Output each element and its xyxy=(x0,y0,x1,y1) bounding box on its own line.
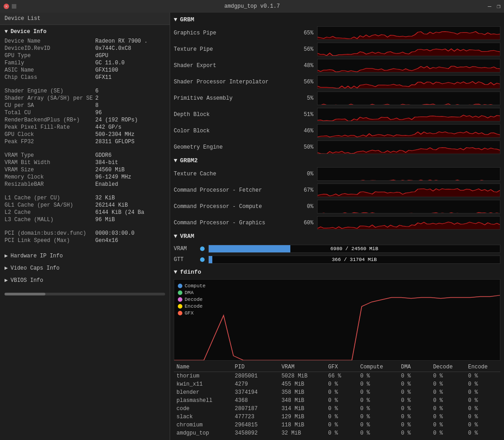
vbios-section[interactable]: ▶ VBIOS Info xyxy=(0,274,170,286)
cell-vram-3: 348 MiB xyxy=(279,396,325,405)
gtt-bar-text: 366 / 31704 MiB xyxy=(332,257,377,262)
label-cu-per-sa: CU per SA xyxy=(5,102,95,109)
gfx-legend-dot xyxy=(178,311,182,315)
hardware-ip-label: Hardware IP Info xyxy=(10,253,63,259)
vram-bar-text: 6980 / 24560 MiB xyxy=(330,246,378,251)
metric-pct-3: 56% xyxy=(295,79,313,85)
cell-pid-0: 2805001 xyxy=(232,372,279,381)
cell-compute-2: 0 % xyxy=(357,388,398,396)
cell-encode-7: 0 % xyxy=(465,429,500,437)
fdinfo-svg xyxy=(174,280,500,360)
scrollbar-thumb[interactable] xyxy=(5,293,45,295)
metric-name-4: Primitive Assembly xyxy=(174,95,292,102)
value-sa-sh: 2 xyxy=(95,95,98,102)
label-family: Family xyxy=(5,60,95,66)
label-total-cu: Total CU xyxy=(5,110,95,116)
metric-pct-7: 50% xyxy=(295,144,313,150)
fdinfo-section-header[interactable]: ▼ fdinfo xyxy=(170,267,504,277)
th-name: Name xyxy=(174,363,232,372)
value-asic-name: GFX1100 xyxy=(95,67,118,73)
label-gl1-cache: GL1 Cache (per SA/SH) xyxy=(5,202,95,208)
grbm-section-header[interactable]: ▼ GRBM xyxy=(170,15,504,25)
vram-label: VRAM xyxy=(180,233,194,240)
vram-indicator-dot xyxy=(200,247,205,251)
device-info-arrow: ▼ xyxy=(5,29,8,35)
device-info-section[interactable]: ▼ Device Info xyxy=(0,25,170,37)
value-se: 6 xyxy=(95,88,98,94)
cell-gfx-6: 0 % xyxy=(325,421,357,429)
minimize-icon[interactable]: — xyxy=(488,3,491,10)
cell-encode-3: 0 % xyxy=(465,396,500,405)
metric-row: Primitive Assembly 5% xyxy=(170,90,504,106)
metric-name-6: Color Block xyxy=(174,128,292,134)
grbm-arrow: ▼ xyxy=(174,16,177,23)
cell-pid-7: 3458092 xyxy=(232,429,279,437)
cell-pid-5: 477723 xyxy=(232,413,279,421)
video-caps-section[interactable]: ▶ Video Caps Info xyxy=(0,262,170,274)
vram-bar-fill xyxy=(209,245,290,252)
label-l3-cache: L3 Cache (MALL) xyxy=(5,217,95,223)
gtt-bar-fill xyxy=(209,256,212,263)
cell-name-6: chromium xyxy=(174,421,232,429)
metric-graph-2 xyxy=(317,200,500,213)
metric-row: Shader Processor Interpolator 56% xyxy=(170,74,504,90)
metric-pct-6: 46% xyxy=(295,128,313,134)
value-peak-fp32: 28311 GFLOPS xyxy=(95,139,134,145)
value-family: GC 11.0.0 xyxy=(95,60,125,66)
value-total-cu: 96 xyxy=(95,110,102,116)
metric-graph-6 xyxy=(317,124,500,138)
vram-bars: VRAM 6980 / 24560 MiB GTT 366 / 31704 Mi… xyxy=(170,242,504,267)
value-rb-plus: 24 (192 ROPs) xyxy=(95,117,138,123)
hardware-ip-section[interactable]: ▶ Hardware IP Info xyxy=(0,250,170,262)
cell-dma-0: 0 % xyxy=(398,372,431,381)
metric-pct-0: 0% xyxy=(295,171,313,177)
metric-graph-4 xyxy=(317,92,500,105)
metric-pct-3: 60% xyxy=(295,220,313,226)
close-button[interactable]: ✕ xyxy=(4,4,9,9)
cell-compute-0: 0 % xyxy=(357,372,398,381)
grbm2-section-header[interactable]: ▼ GRBM2 xyxy=(170,155,504,166)
encode-legend-dot xyxy=(178,304,182,309)
cache-info-table: L1 Cache (per CU)32 KiB GL1 Cache (per S… xyxy=(0,193,170,224)
cell-decode-2: 0 % xyxy=(431,388,465,396)
table-row: blender 3374194 358 MiB 0 % 0 % 0 % 0 % … xyxy=(174,388,500,396)
label-vram-size: VRAM Size xyxy=(5,167,95,173)
device-info-table: Device NameRadeon RX 7900 . DeviceID.Rev… xyxy=(0,37,170,82)
metric-name-1: Texture Pipe xyxy=(174,46,292,53)
cell-name-4: code xyxy=(174,405,232,413)
value-pci-domain: 0000:03:00.0 xyxy=(95,230,134,237)
device-info-label: Device Info xyxy=(10,29,46,35)
vram-section-header[interactable]: ▼ VRAM xyxy=(170,231,504,242)
value-l3-cache: 96 MiB xyxy=(95,217,115,223)
pci-info-table: PCI (domain:bus:dev.func)0000:03:00.0 PC… xyxy=(0,229,170,245)
minimize-button[interactable] xyxy=(12,4,16,9)
th-compute: Compute xyxy=(357,363,398,372)
value-gpu-type: dGPU xyxy=(95,53,108,59)
table-row: chromium 2964815 118 MiB 0 % 0 % 0 % 0 %… xyxy=(174,421,500,429)
titlebar: ✕ amdgpu_top v0.1.7 — ❐ xyxy=(0,0,504,13)
cell-gfx-3: 0 % xyxy=(325,396,357,405)
cell-gfx-7: 0 % xyxy=(325,429,357,437)
metric-row: Depth Block 51% xyxy=(170,106,504,123)
scrollbar-track[interactable] xyxy=(5,293,165,295)
device-list-header: Device List xyxy=(0,13,170,25)
gtt-bar: 366 / 31704 MiB xyxy=(208,256,500,264)
metric-row: Geometry Engine 50% xyxy=(170,139,504,155)
vram-bar: 6980 / 24560 MiB xyxy=(208,245,500,253)
metric-graph-7 xyxy=(317,140,500,154)
cell-encode-4: 0 % xyxy=(465,405,500,413)
gtt-indicator-dot xyxy=(200,257,205,262)
value-chip-class: GFX11 xyxy=(95,74,112,81)
metric-row: Command Processor - Compute 0% xyxy=(170,198,504,215)
decode-legend-label: Decode xyxy=(185,297,203,302)
vbios-arrow: ▶ xyxy=(5,277,8,284)
metric-row: Texture Pipe 56% xyxy=(170,41,504,58)
th-vram: VRAM xyxy=(279,363,325,372)
cell-vram-1: 455 MiB xyxy=(279,380,325,388)
cell-dma-5: 0 % xyxy=(398,413,431,421)
metric-graph-3 xyxy=(317,75,500,89)
value-cu-per-sa: 8 xyxy=(95,102,98,109)
grbm-label: GRBM xyxy=(180,16,194,23)
label-deviceid: DeviceID.RevID xyxy=(5,45,95,52)
restore-icon[interactable]: ❐ xyxy=(497,3,500,10)
